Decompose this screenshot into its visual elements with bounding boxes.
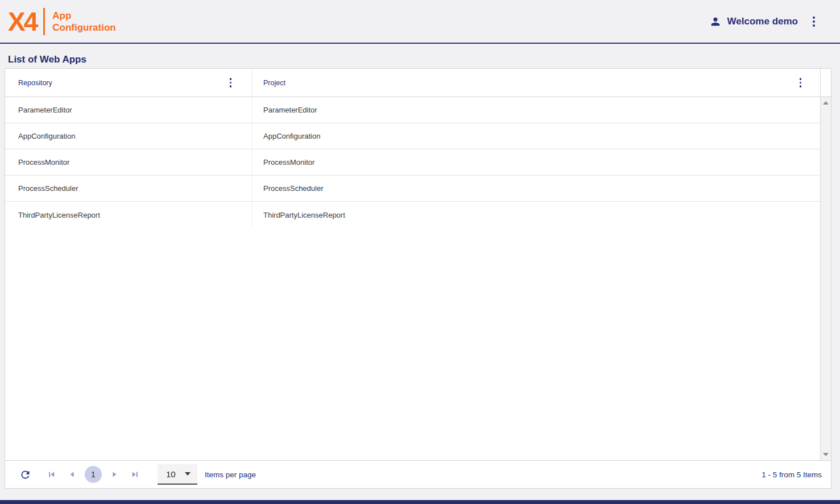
- bottom-bar: [0, 500, 840, 504]
- table-main: ParameterEditorParameterEditorAppConfigu…: [5, 97, 831, 460]
- items-per-page-label: Items per page: [205, 470, 256, 479]
- refresh-button[interactable]: [19, 469, 31, 481]
- next-page-button[interactable]: [110, 470, 119, 479]
- refresh-icon: [19, 469, 31, 481]
- user-menu-kebab-icon[interactable]: [809, 14, 818, 29]
- table-row[interactable]: ProcessMonitorProcessMonitor: [5, 149, 820, 176]
- scroll-down-icon[interactable]: [823, 453, 829, 456]
- column-label: Project: [263, 79, 285, 87]
- table-row[interactable]: ParameterEditorParameterEditor: [5, 97, 820, 123]
- vertical-scrollbar[interactable]: [820, 97, 831, 460]
- items-range-label: 1 - 5 from 5 Items: [762, 470, 822, 479]
- app-page: X4 App Configuration Welcome demo List o…: [0, 0, 840, 504]
- items-per-page-select[interactable]: 10: [158, 464, 197, 485]
- page-title: List of Web Apps: [8, 54, 86, 65]
- first-page-icon: [47, 470, 56, 479]
- cell-project: AppConfiguration: [253, 123, 820, 149]
- first-page-button[interactable]: [47, 470, 56, 479]
- dropdown-caret-icon: [185, 472, 191, 476]
- scroll-up-icon[interactable]: [823, 101, 829, 105]
- cell-project: ThirdPartyLicenseReport: [253, 202, 820, 228]
- user-icon: [709, 15, 722, 28]
- brand: X4 App Configuration: [8, 8, 116, 35]
- current-page-button[interactable]: 1: [85, 466, 102, 483]
- items-per-page-value: 10: [166, 469, 176, 479]
- previous-page-button[interactable]: [68, 470, 77, 479]
- table-row[interactable]: ThirdPartyLicenseReportThirdPartyLicense…: [5, 202, 820, 228]
- column-label: Repository: [18, 79, 52, 87]
- cell-project: ParameterEditor: [253, 97, 820, 123]
- previous-page-icon: [68, 470, 77, 479]
- app-name-line2: Configuration: [52, 22, 115, 34]
- scrollbar-header-corner: [820, 69, 831, 97]
- next-page-icon: [110, 470, 119, 479]
- app-header: X4 App Configuration Welcome demo: [0, 0, 840, 44]
- brand-divider: [43, 8, 45, 35]
- column-header-project[interactable]: Project: [253, 69, 820, 97]
- table-row[interactable]: AppConfigurationAppConfiguration: [5, 123, 820, 149]
- app-name: App Configuration: [52, 10, 115, 34]
- cell-repository: ProcessMonitor: [5, 149, 253, 175]
- table-body: ParameterEditorParameterEditorAppConfigu…: [5, 97, 820, 460]
- project-column-menu-kebab-icon[interactable]: [796, 76, 805, 90]
- paginator: 1 10 Items per page 1 - 5 from 5 Items: [5, 460, 831, 488]
- cell-repository: AppConfiguration: [5, 123, 253, 149]
- table-row[interactable]: ProcessSchedulerProcessScheduler: [5, 176, 820, 202]
- cell-project: ProcessScheduler: [253, 176, 820, 201]
- repository-column-menu-kebab-icon[interactable]: [226, 76, 235, 90]
- user-area: Welcome demo: [709, 14, 818, 29]
- x4-logo: X4: [8, 8, 43, 35]
- cell-repository: ParameterEditor: [5, 97, 253, 123]
- web-apps-table: Repository Project ParameterEditorParame…: [5, 68, 831, 489]
- column-header-repository[interactable]: Repository: [5, 69, 253, 97]
- table-header-row: Repository Project: [5, 69, 831, 97]
- welcome-text: Welcome demo: [727, 16, 798, 27]
- cell-repository: ThirdPartyLicenseReport: [5, 202, 253, 228]
- app-name-line1: App: [52, 10, 115, 22]
- cell-project: ProcessMonitor: [253, 149, 820, 175]
- last-page-button[interactable]: [130, 470, 139, 479]
- cell-repository: ProcessScheduler: [5, 176, 253, 201]
- last-page-icon: [130, 470, 139, 479]
